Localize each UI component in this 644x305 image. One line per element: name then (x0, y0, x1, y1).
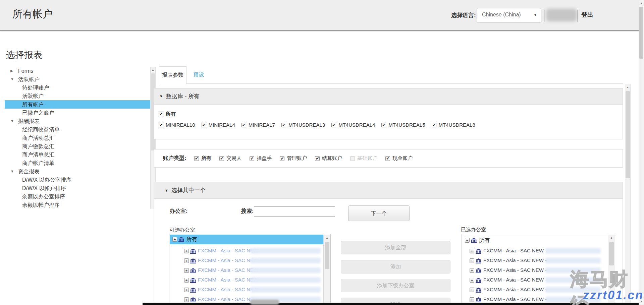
scrollbar-thumb[interactable] (639, 7, 643, 59)
choose-section-header[interactable]: ▼ 选择其中一个 (154, 182, 623, 199)
office-label[interactable]: FXCMM - Asia - SAC NEW - (483, 296, 547, 302)
office-label[interactable]: FXCMM - Asia - SAC NEW - (483, 248, 547, 253)
checkbox-checked-icon[interactable]: ✔ (159, 123, 163, 127)
tree-item-fund-reports-group[interactable]: ▼ 资金报表 (5, 167, 154, 176)
tab-report-params[interactable]: 报表参数 (159, 66, 186, 84)
db-checkbox-minireal7[interactable]: ✔ MINIREAL7 (241, 122, 275, 128)
office-label[interactable]: FXCMM - Asia - SAC NEW - (483, 277, 547, 283)
db-checkbox-mt4usdreal4[interactable]: ✔ MT4USDREAL4 (331, 122, 375, 128)
expand-plus-icon[interactable]: + (470, 268, 474, 273)
tree-item-active-accounts-group[interactable]: ▼ 活跃帐户 (5, 75, 154, 83)
tree-item-active-accounts[interactable]: 活跃帐户 (5, 92, 154, 100)
collapse-minus-icon[interactable]: − (465, 238, 470, 243)
expand-plus-icon[interactable]: + (470, 249, 474, 253)
expand-plus-icon[interactable]: + (470, 278, 474, 283)
checkbox-checked-icon[interactable]: ✔ (381, 123, 386, 127)
type-checkbox-trader[interactable]: ✔ 交易人 (219, 155, 241, 162)
tree-item-merchant-payment[interactable]: 商户缴款总汇 (5, 142, 154, 150)
office-link[interactable]: FXCMM - Asia - SAC NEW (198, 248, 258, 253)
tree-item-merchant-activity[interactable]: 商户活动总汇 (5, 134, 154, 142)
office-root-row[interactable]: + 所有 (170, 235, 323, 244)
checkbox-checked-icon[interactable]: ✔ (241, 123, 246, 127)
scrollbar-thumb[interactable] (325, 242, 329, 269)
office-row[interactable]: + FXCMM - Asia - SAC NEW (170, 285, 323, 295)
office-link[interactable]: FXCMM - Asia - SAC NEW (198, 287, 258, 292)
tree-item-broker-income[interactable]: 经纪商收益清单 (5, 125, 154, 134)
type-checkbox-cash[interactable]: ✔ 现金账户 (385, 155, 413, 162)
tree-expanded-icon[interactable]: ▼ (10, 167, 14, 176)
checkbox-checked-icon[interactable]: ✔ (385, 156, 390, 161)
next-button[interactable]: 下一个 (348, 205, 410, 221)
scroll-up-icon[interactable]: ▲ (625, 85, 630, 90)
checkbox-checked-icon[interactable]: ✔ (432, 123, 436, 127)
expand-plus-icon[interactable]: + (184, 297, 189, 302)
collapse-caret-icon[interactable]: ▼ (165, 182, 168, 198)
checkbox-checked-icon[interactable]: ✔ (159, 112, 163, 116)
office-label[interactable]: FXCMM - Asia - SAC NEW - (483, 257, 547, 263)
db-all-checkbox[interactable]: ✔ 所有 (159, 111, 176, 117)
office-link[interactable]: FXCMM - Asia - SAC NEW (198, 257, 258, 263)
logout-link[interactable]: 登出 (581, 11, 593, 19)
type-checkbox-all[interactable]: ✔ 所有 (194, 155, 211, 162)
tree-item-closed-accounts[interactable]: 已撤户之账户 (5, 109, 154, 117)
db-checkbox-minireal4[interactable]: ✔ MINIREAL4 (202, 122, 235, 128)
tab-presets[interactable]: 预设 (186, 66, 211, 84)
checkbox-checked-icon[interactable]: ✔ (194, 156, 199, 161)
type-checkbox-settlement[interactable]: ✔ 结算账户 (315, 155, 342, 162)
checkbox-checked-icon[interactable]: ✔ (315, 156, 320, 161)
tree-item-balance-by-account[interactable]: 余额以帐户排序 (5, 201, 154, 209)
expand-plus-icon[interactable]: + (470, 297, 474, 302)
list-scrollbar[interactable]: ▲ (323, 235, 330, 305)
tree-expanded-icon[interactable]: ▼ (10, 75, 14, 83)
add-button[interactable]: 添加 (341, 260, 450, 273)
expand-plus-icon[interactable]: + (184, 258, 189, 263)
checkbox-checked-icon[interactable]: ✔ (281, 123, 286, 127)
expand-plus-icon[interactable]: + (184, 268, 189, 273)
tree-item-merchant-account-list[interactable]: 商户帐户清单 (5, 159, 154, 167)
office-link[interactable]: FXCMM - Asia - SAC NEW (198, 296, 258, 302)
db-checkbox-mt4usdreal3[interactable]: ✔ MT4USDREAL3 (281, 122, 325, 128)
office-link[interactable]: FXCMM - Asia - SAC NEW (198, 277, 258, 283)
office-row[interactable]: + FXCMM - Asia - SAC NEW - (462, 246, 608, 256)
scrollbar-thumb[interactable] (626, 91, 630, 178)
browser-scrollbar[interactable]: ▲ ▼ (639, 0, 644, 305)
expand-plus-icon[interactable]: + (184, 278, 189, 283)
expand-plus-icon[interactable]: + (184, 249, 189, 253)
search-input[interactable] (254, 206, 335, 217)
expand-plus-icon[interactable]: + (470, 258, 474, 263)
checkbox-checked-icon[interactable]: ✔ (202, 123, 206, 127)
tree-item-all-accounts-selected[interactable]: 所有帐户 (5, 100, 154, 109)
db-checkbox-mt4usdreal5[interactable]: ✔ MT4USDREAL5 (381, 122, 425, 128)
collapse-caret-icon[interactable]: ▼ (159, 88, 163, 104)
office-row[interactable]: + FXCMM - Asia - SAC NEW - (462, 256, 608, 266)
type-checkbox-operator[interactable]: ✔ 操盘手 (250, 155, 272, 162)
db-checkbox-mt4usdreal8[interactable]: ✔ MT4USDREAL8 (432, 122, 475, 128)
scroll-up-icon[interactable]: ▲ (608, 235, 615, 241)
db-checkbox-minireal10[interactable]: ✔ MINIREAL10 (159, 122, 195, 128)
checkbox-checked-icon[interactable]: ✔ (331, 123, 336, 127)
office-label[interactable]: FXCMM - Asia - SAC NEW - (483, 267, 547, 273)
tree-expanded-icon[interactable]: ▼ (10, 117, 14, 125)
office-row[interactable]: + FXCMM - Asia - SAC NEW (170, 266, 323, 276)
language-select[interactable]: Chinese (China) ▼ (477, 8, 541, 23)
add-all-button[interactable]: 添加全部 (341, 241, 450, 254)
office-root-row[interactable]: − 所有 (462, 236, 608, 245)
scroll-up-icon[interactable]: ▲ (324, 235, 330, 241)
scrollbar-thumb[interactable] (609, 242, 614, 265)
database-section-header[interactable]: ▼ 数据库 - 所有 (154, 88, 623, 105)
checkbox-checked-icon[interactable]: ✔ (250, 156, 254, 161)
checkbox-checked-icon[interactable]: ✔ (280, 156, 284, 161)
expand-plus-icon[interactable]: + (172, 237, 177, 242)
tree-item-forms[interactable]: ▶ Forms (5, 67, 154, 75)
tree-item-merchant-list-summary[interactable]: 商户清单总汇 (5, 150, 154, 159)
type-checkbox-managed[interactable]: ✔ 管理账户 (280, 155, 307, 162)
tree-item-dwx-by-office[interactable]: D/W/X 以办公室排序 (5, 176, 154, 184)
office-row[interactable]: + FXCMM - Asia - SAC NEW (170, 276, 323, 285)
office-label[interactable]: FXCMM - Asia - SAC NEW - (483, 287, 547, 292)
add-sub-offices-button[interactable]: 添加下级办公室 (341, 279, 450, 292)
tree-collapsed-icon[interactable]: ▶ (10, 67, 13, 75)
office-row[interactable]: + FXCMM - Asia - SAC NEW (170, 246, 323, 256)
checkbox-checked-icon[interactable]: ✔ (219, 156, 224, 161)
scroll-up-icon[interactable]: ▲ (639, 1, 644, 6)
office-link[interactable]: FXCMM - Asia - SAC NEW (198, 267, 258, 273)
